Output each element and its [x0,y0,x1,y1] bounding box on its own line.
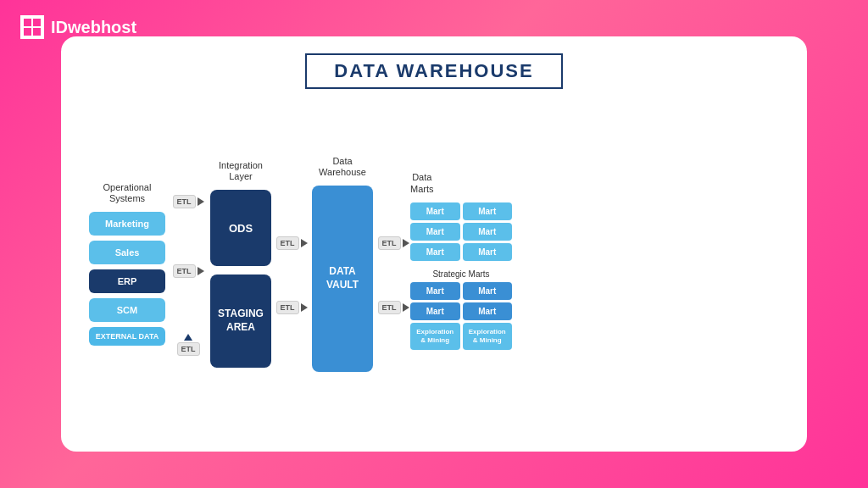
op-systems-label: OperationalSystems [103,181,152,205]
diagram: OperationalSystems Marketing Sales ERP S… [85,103,783,424]
etl-badge-4: ETL [276,301,308,314]
svg-rect-0 [24,19,31,26]
connector-etl-2: ETL ETL [275,128,309,399]
strategic-mart-2: Mart [463,282,513,300]
staging-box: STAGINGAREA [210,274,271,368]
mart-6: Mart [463,243,513,261]
etl-badge-1: ETL [173,195,204,208]
op-sales: Sales [89,241,165,264]
logo-icon [20,15,44,39]
mart-section-top: Mart Mart Mart Mart Mart Mart [410,202,512,261]
mart-1: Mart [410,202,460,220]
svg-rect-1 [33,19,41,26]
strategic-mart-4: Mart [463,302,513,320]
connector-etl-3: ETL ETL [376,128,410,399]
mart-3: Mart [410,223,460,241]
mart-2: Mart [463,202,513,220]
etl-badge-2: ETL [173,264,204,278]
etl-badge-3: ETL [276,236,308,250]
vault-box: DATA VAULT [312,186,373,372]
main-card: DATA WAREHOUSE OperationalSystems Market… [61,36,807,452]
data-marts-label: DataMarts [410,172,434,196]
op-erp: ERP [89,269,165,293]
connector-etl-1: ETL ETL ETL [170,128,207,399]
header: IDwebhost [20,15,136,39]
etl-badge-5: ETL [378,236,409,250]
integration-col: IntegrationLayer ODS STAGINGAREA [207,159,275,368]
etl-badge-ext: ETL [177,334,200,356]
operational-systems-col: OperationalSystems Marketing Sales ERP S… [85,181,170,346]
mart-5: Mart [410,243,460,261]
etl-badge-6: ETL [378,301,409,314]
ods-box: ODS [210,190,271,266]
op-scm: SCM [89,298,165,322]
explore-mart-1: Exploration& Mining [410,323,460,351]
op-marketing: Marketing [89,212,165,236]
strategic-marts-section: Strategic Marts Mart Mart Mart Mart Expl… [410,269,512,351]
svg-rect-2 [24,28,31,36]
strategic-mart-1: Mart [410,282,460,300]
explore-mart-2: Exploration& Mining [463,323,513,351]
op-external: EXTERNAL DATA [89,327,165,346]
mart-4: Mart [463,223,513,241]
integration-label: IntegrationLayer [219,159,263,183]
strategic-marts-label: Strategic Marts [410,269,512,279]
main-title: DATA WAREHOUSE [305,53,562,89]
svg-rect-3 [33,28,41,36]
strategic-mart-3: Mart [410,302,460,320]
data-marts-col: DataMarts Mart Mart Mart Mart Mart Mart … [410,172,529,356]
brand-name: IDwebhost [51,18,136,37]
dw-label: DataWarehouse [319,155,366,179]
dw-col: DataWarehouse DATA VAULT [309,155,376,372]
